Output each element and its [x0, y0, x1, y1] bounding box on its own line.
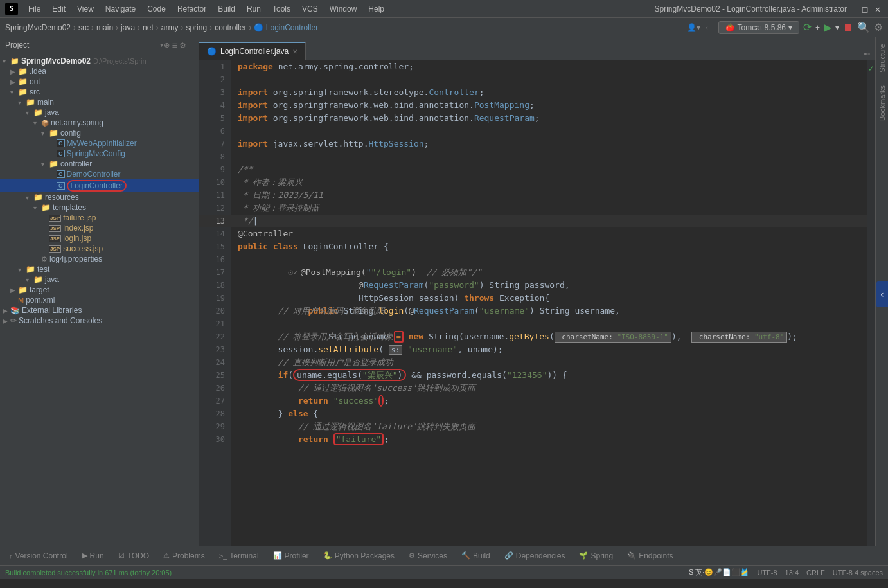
- bottom-tab-services[interactable]: ⚙ Services: [402, 549, 454, 563]
- line-num-10: 10: [199, 176, 231, 189]
- minimize-button[interactable]: —: [847, 4, 857, 14]
- maximize-button[interactable]: □: [860, 4, 870, 14]
- status-bar: Build completed successfully in 671 ms (…: [0, 565, 888, 579]
- tree-item-log4j[interactable]: ▶ ⚙ log4j.properties: [0, 254, 199, 264]
- code-line-19: HttpSession session) throws Exception{: [231, 292, 867, 305]
- menu-run[interactable]: Run: [242, 3, 266, 15]
- tree-item-package[interactable]: ▾ 📦 net.army.spring: [0, 118, 199, 128]
- spring-icon: 🌱: [579, 551, 588, 560]
- tree-item-target[interactable]: ▶ 📁 target: [0, 285, 199, 295]
- tree-item-failure[interactable]: ▶ JSP failure.jsp: [0, 213, 199, 223]
- bottom-tab-endpoints[interactable]: 🔌 Endpoints: [621, 549, 679, 563]
- right-gutter: ✓: [867, 60, 875, 546]
- tree-item-democontroller[interactable]: ▶ C DemoController: [0, 169, 199, 179]
- tab-close-icon[interactable]: ✕: [292, 48, 297, 55]
- editor-tab-logincontroller[interactable]: 🔵 LoginController.java ✕: [199, 42, 306, 60]
- tree-item-index[interactable]: ▶ JSP index.jsp: [0, 223, 199, 233]
- tree-item-resources[interactable]: ▾ 📁 resources: [0, 192, 199, 202]
- line-num-22: 22: [199, 330, 231, 343]
- breadcrumb-army[interactable]: army: [161, 23, 179, 32]
- bottom-tab-version-control[interactable]: ↑ Version Control: [3, 549, 75, 563]
- breadcrumb-java[interactable]: java: [121, 23, 135, 32]
- menu-vcs[interactable]: VCS: [297, 3, 323, 15]
- tree-item-src[interactable]: ▾ 📁 src: [0, 87, 199, 97]
- services-label: Services: [418, 551, 447, 560]
- tree-item-logincontroller[interactable]: ▶ C LoginController: [0, 179, 199, 192]
- tree-item-pomxml[interactable]: ▶ M pom.xml: [0, 295, 199, 305]
- panel-title-dropdown[interactable]: ▾: [159, 40, 164, 49]
- panel-refresh-icon[interactable]: ⊕: [164, 40, 169, 50]
- add-config-button[interactable]: +: [815, 23, 820, 32]
- project-panel-title: Project: [5, 40, 157, 49]
- menu-file[interactable]: File: [23, 3, 46, 15]
- bottom-tab-profiler[interactable]: 📊 Profiler: [267, 549, 315, 563]
- menu-build[interactable]: Build: [213, 3, 240, 15]
- menu-refactor[interactable]: Refactor: [172, 3, 211, 15]
- project-panel-header: Project ▾ ⊕ ≡ ⚙ —: [0, 37, 199, 53]
- menu-edit[interactable]: Edit: [47, 3, 71, 15]
- status-line-ending[interactable]: CRLF: [806, 569, 825, 576]
- menu-window[interactable]: Window: [324, 3, 362, 15]
- panel-close-icon[interactable]: —: [188, 40, 193, 50]
- menu-code[interactable]: Code: [142, 3, 171, 15]
- panel-collapse-icon[interactable]: ≡: [172, 40, 177, 50]
- breadcrumb-project[interactable]: SpringMvcDemo02: [5, 23, 71, 32]
- code-editor[interactable]: 1 2 3 4 5 6 7 8 9 10 11 12 13 14 15 16 1…: [199, 60, 875, 546]
- panel-settings-icon[interactable]: ⚙: [180, 40, 185, 50]
- status-encoding[interactable]: UTF-8: [757, 569, 777, 576]
- stop-button[interactable]: ⏹: [843, 22, 853, 33]
- structure-tab[interactable]: Structure: [876, 37, 888, 79]
- tree-item-controller-folder[interactable]: ▾ 📁 controller: [0, 159, 199, 169]
- close-button[interactable]: ✕: [873, 4, 883, 14]
- tree-item-test[interactable]: ▾ 📁 test: [0, 264, 199, 274]
- menu-help[interactable]: Help: [363, 3, 389, 15]
- breadcrumb-main[interactable]: main: [96, 23, 113, 32]
- bottom-tab-spring[interactable]: 🌱 Spring: [573, 549, 619, 563]
- tree-item-out[interactable]: ▶ 📁 out: [0, 76, 199, 87]
- bottom-tab-build[interactable]: 🔨 Build: [455, 549, 497, 563]
- tree-item-test-java[interactable]: ▾ 📁 java: [0, 274, 199, 285]
- tree-item-extlibs[interactable]: ▶ 📚 External Libraries: [0, 305, 199, 316]
- bottom-tab-problems[interactable]: ⚠ Problems: [157, 549, 211, 563]
- run-button[interactable]: ▶: [824, 21, 831, 33]
- expand-right-panel-button[interactable]: ‹: [876, 281, 888, 307]
- code-content[interactable]: package net.army.spring.controller; impo…: [231, 60, 867, 546]
- search-button[interactable]: 🔍: [857, 21, 870, 33]
- line-num-7: 7: [199, 138, 231, 150]
- tree-item-java[interactable]: ▾ 📁 java: [0, 107, 199, 118]
- undo-button[interactable]: ←: [704, 22, 715, 33]
- menu-view[interactable]: View: [72, 3, 99, 15]
- bottom-tab-run[interactable]: ▶ Run: [76, 549, 111, 563]
- refresh-button[interactable]: ⟳: [803, 21, 812, 33]
- tree-item-templates[interactable]: ▾ 📁 templates: [0, 202, 199, 213]
- run-config-selector[interactable]: 🍅 Tomcat 8.5.86 ▾: [718, 21, 799, 34]
- breadcrumb-src[interactable]: src: [78, 23, 89, 32]
- breadcrumb-net[interactable]: net: [143, 23, 154, 32]
- bottom-tab-todo[interactable]: ☑ TODO: [112, 549, 155, 563]
- tree-item-idea[interactable]: ▶ 📁 .idea: [0, 66, 199, 76]
- tree-item-main[interactable]: ▾ 📁 main: [0, 97, 199, 107]
- bottom-tab-dependencies[interactable]: 🔗 Dependencies: [498, 549, 572, 563]
- bookmarks-tab[interactable]: Bookmarks: [876, 79, 888, 127]
- tree-item-mywebapp[interactable]: ▶ C MyWebAppInitializer: [0, 138, 199, 148]
- line-num-30: 30: [199, 433, 231, 446]
- tree-item-login[interactable]: ▶ JSP login.jsp: [0, 233, 199, 244]
- menu-navigate[interactable]: Navigate: [100, 3, 141, 15]
- tree-item-springmvc[interactable]: ▶ C SpringMvcConfig: [0, 148, 199, 159]
- tree-item-root[interactable]: ▾ 📁 SpringMvcDemo02 D:\Projects\Sprin: [0, 56, 199, 66]
- tab-overflow-button[interactable]: ⋯: [858, 48, 875, 60]
- window-controls: — □ ✕: [847, 4, 883, 14]
- tree-item-scratches[interactable]: ▶ ✏ Scratches and Consoles: [0, 316, 199, 326]
- bottom-tab-terminal[interactable]: >_ Terminal: [213, 549, 265, 563]
- breadcrumb-controller[interactable]: controller: [215, 23, 246, 32]
- more-run-button[interactable]: ▾: [835, 23, 839, 32]
- menu-tools[interactable]: Tools: [267, 3, 296, 15]
- bottom-tab-python-packages[interactable]: 🐍 Python Packages: [317, 549, 401, 563]
- tree-item-config-folder[interactable]: ▾ 📁 config: [0, 128, 199, 138]
- breadcrumb-spring[interactable]: spring: [186, 23, 207, 32]
- status-indent[interactable]: UTF-8 4 spaces: [833, 569, 883, 576]
- breadcrumb-file[interactable]: 🔵 LoginController: [254, 23, 318, 32]
- tree-item-success[interactable]: ▶ JSP success.jsp: [0, 244, 199, 254]
- back-button[interactable]: 👤▾: [687, 23, 700, 32]
- settings-button[interactable]: ⚙: [874, 21, 883, 33]
